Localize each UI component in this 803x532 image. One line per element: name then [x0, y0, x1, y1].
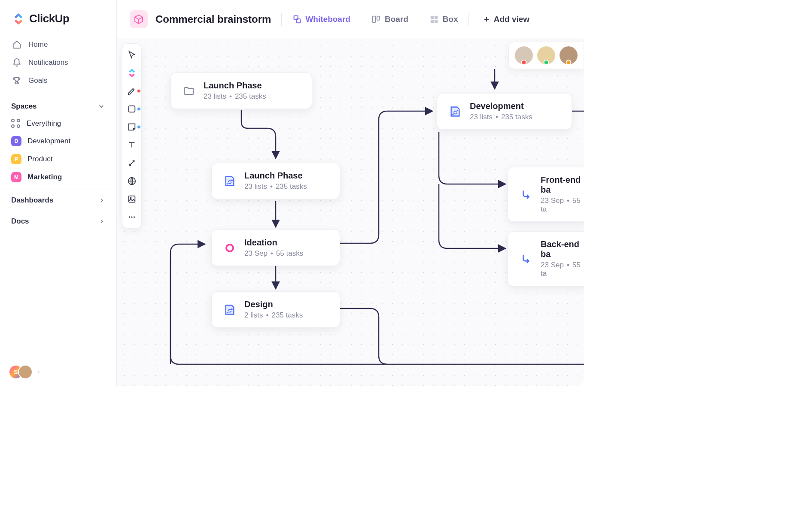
separator [361, 13, 361, 26]
add-view-button[interactable]: Add view [483, 15, 529, 24]
avatar [560, 46, 578, 64]
sidebar-item-label: Marketing [27, 173, 62, 181]
status-circle-icon [223, 241, 237, 255]
space-badge: D [11, 136, 21, 146]
node-frontend[interactable]: Front-end ba 23 Sep•55 ta [508, 167, 584, 222]
svg-point-13 [131, 216, 132, 218]
nav-dashboards[interactable]: Dashboards [0, 190, 116, 211]
node-design[interactable]: Design 2 lists•235 tasks [211, 291, 340, 328]
collaborators[interactable] [508, 42, 584, 69]
sidebar-item-label: Everything [27, 119, 61, 128]
nav-home-label: Home [28, 40, 48, 49]
topbar: Commercial brainstorm Whiteboard Board B… [117, 0, 584, 38]
color-indicator [137, 126, 140, 129]
nav-home[interactable]: Home [5, 36, 111, 54]
tool-connector[interactable] [126, 157, 138, 169]
folder-icon [182, 84, 196, 98]
svg-rect-4 [431, 16, 434, 19]
nav-goals[interactable]: Goals [5, 72, 111, 90]
plus-icon [483, 15, 490, 23]
tool-pointer[interactable] [126, 49, 138, 61]
tab-whiteboard[interactable]: Whiteboard [292, 15, 350, 24]
chevron-right-icon [98, 197, 105, 204]
svg-rect-5 [435, 16, 438, 19]
avatar [515, 46, 533, 64]
everything-icon [11, 119, 21, 128]
node-meta: 2 lists•235 tasks [244, 311, 303, 320]
nav-docs[interactable]: Docs [0, 211, 116, 232]
sidebar-item-product[interactable]: P Product [0, 150, 116, 168]
node-launch-folder[interactable]: Launch Phase 23 lists•235 tasks [170, 73, 312, 109]
tab-label: Board [385, 15, 408, 24]
node-backend[interactable]: Back-end ba 23 Sep•55 ta [508, 231, 584, 286]
tool-clickup[interactable] [126, 67, 138, 79]
svg-rect-3 [377, 16, 380, 20]
nav-dashboards-label: Dashboards [11, 196, 53, 205]
separator [281, 13, 282, 26]
node-ideation[interactable]: Ideation 23 Sep•55 tasks [211, 230, 340, 266]
tool-web[interactable] [126, 175, 138, 187]
tool-text[interactable] [126, 139, 138, 151]
tool-image[interactable] [126, 193, 138, 205]
sidebar-item-everything[interactable]: Everything [0, 115, 116, 132]
subtask-arrow-icon [519, 252, 533, 266]
node-meta: 23 Sep•55 tasks [244, 249, 303, 258]
whiteboard-icon [292, 15, 301, 24]
separator [419, 13, 419, 26]
list-sync-icon [223, 174, 237, 188]
node-meta: 23 lists•235 tasks [244, 182, 307, 191]
cube-icon [134, 14, 144, 24]
tab-board[interactable]: Board [371, 15, 408, 24]
tab-box[interactable]: Box [429, 15, 458, 24]
node-title: Back-end ba [541, 239, 584, 259]
clickup-small-icon [127, 68, 137, 78]
node-meta: 23 lists•235 tasks [204, 92, 266, 101]
node-meta: 23 Sep•55 ta [541, 196, 584, 214]
spaces-header-label: Spaces [11, 102, 37, 111]
whiteboard-badge [130, 10, 148, 28]
node-title: Development [470, 101, 532, 111]
tool-more[interactable] [126, 211, 138, 223]
sidebar: ClickUp Home Notifications Goals Spaces … [0, 0, 117, 386]
page-title: Commercial brainstorm [155, 13, 271, 25]
list-sync-icon [448, 105, 462, 118]
tab-label: Box [443, 15, 458, 24]
svg-rect-10 [129, 196, 135, 203]
avatar-photo [18, 365, 33, 379]
node-launch-phase[interactable]: Launch Phase 23 lists•235 tasks [211, 163, 340, 199]
color-indicator [137, 90, 140, 93]
chevron-down-icon [97, 103, 105, 110]
node-title: Launch Phase [244, 171, 307, 181]
brand-name: ClickUp [29, 12, 69, 25]
space-badge: M [11, 172, 21, 182]
nav-notifications[interactable]: Notifications [5, 54, 111, 72]
avatar-stack: S [9, 365, 33, 379]
whiteboard-canvas[interactable]: Launch Phase 23 lists•235 tasks Launch P… [117, 38, 584, 386]
nav-goals-label: Goals [28, 76, 47, 85]
svg-point-15 [226, 245, 233, 251]
sidebar-item-development[interactable]: D Development [0, 132, 116, 150]
nav-docs-label: Docs [11, 217, 29, 226]
tool-sticky[interactable] [126, 121, 138, 133]
user-menu[interactable]: S [0, 358, 116, 386]
space-badge: P [11, 154, 21, 164]
svg-point-12 [129, 216, 130, 218]
spaces-header[interactable]: Spaces [0, 96, 116, 115]
svg-point-11 [130, 197, 131, 199]
clickup-logo-icon [12, 12, 25, 25]
svg-rect-2 [373, 16, 375, 23]
node-title: Launch Phase [204, 81, 266, 91]
board-icon [371, 15, 381, 24]
svg-point-14 [134, 216, 135, 218]
tool-pen[interactable] [126, 85, 138, 97]
node-title: Ideation [244, 238, 303, 248]
tool-shape[interactable] [126, 103, 138, 115]
tab-label: Whiteboard [305, 15, 350, 24]
node-development[interactable]: Development 23 lists•235 tasks [437, 93, 572, 130]
node-title: Front-end ba [541, 175, 584, 195]
svg-rect-8 [129, 106, 135, 112]
sidebar-item-marketing[interactable]: M Marketing [0, 168, 116, 186]
home-icon [12, 40, 21, 49]
node-meta: 23 lists•235 tasks [470, 113, 532, 121]
bell-icon [12, 58, 21, 67]
